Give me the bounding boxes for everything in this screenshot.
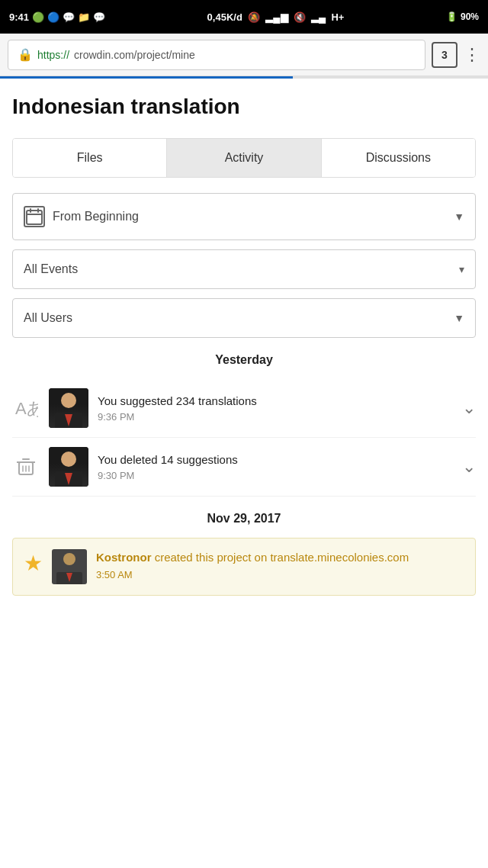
- page-title: Indonesian translation: [12, 94, 476, 120]
- event-filter-arrow: ▾: [459, 263, 464, 275]
- user-filter-label: All Users: [24, 311, 72, 325]
- avatar: [49, 447, 88, 487]
- signal-bars-2: ▂▄: [311, 11, 326, 23]
- special-time: 3:50 AM: [96, 569, 464, 580]
- special-action: Kostronor created this project on transl…: [96, 549, 464, 567]
- star-icon: ★: [24, 551, 43, 576]
- date-filter-arrow: ▼: [454, 211, 464, 223]
- event-filter-left: All Events: [24, 262, 78, 276]
- tab-count[interactable]: 3: [432, 42, 458, 68]
- activity-section: Yesterday Aあ You suggested 234 translati…: [12, 353, 476, 596]
- list-item: You deleted 14 suggestions 9:30 PM ⌄: [12, 438, 476, 497]
- activity-info: You deleted 14 suggestions 9:30 PM: [98, 452, 453, 481]
- status-center: 0,45K/d 🔕 ▂▄▆ 🔇 ▂▄ H+: [207, 11, 345, 23]
- event-filter-dropdown[interactable]: All Events ▾: [12, 249, 476, 289]
- expand-icon[interactable]: ⌄: [462, 457, 476, 477]
- messenger-icon: 🔵: [47, 11, 59, 23]
- special-text: Kostronor created this project on transl…: [96, 549, 464, 581]
- special-action-text: created this project on translate.mineco…: [152, 551, 409, 564]
- activity-text: You deleted 14 suggestions: [98, 452, 453, 468]
- url-https: https://: [37, 49, 69, 61]
- activity-time: 9:36 PM: [98, 411, 453, 423]
- date-filter-dropdown[interactable]: From Beginning ▼: [12, 193, 476, 240]
- data-speed: 0,45K/d: [207, 11, 242, 23]
- user-filter-left: All Users: [24, 311, 72, 325]
- calendar-icon: [24, 206, 45, 227]
- signal-bars: ▂▄▆: [265, 11, 287, 23]
- browser-menu[interactable]: ⋮: [464, 47, 480, 63]
- whatsapp-icon: 🟢: [32, 11, 44, 23]
- status-bar: 9:41 🟢 🔵 💬 📁 💬 0,45K/d 🔕 ▂▄▆ 🔇 ▂▄ H+ 🔋 9…: [0, 0, 488, 34]
- date-filter-left: From Beginning: [24, 206, 139, 227]
- battery-percent: 90%: [461, 11, 479, 22]
- page-content: Indonesian translation Files Activity Di…: [0, 79, 488, 614]
- tab-files[interactable]: Files: [13, 139, 167, 177]
- activity-time: 9:30 PM: [98, 470, 453, 481]
- svg-text:Aあ: Aあ: [15, 399, 38, 418]
- user-filter-arrow: ▼: [454, 312, 464, 324]
- status-left: 9:41 🟢 🔵 💬 📁 💬: [9, 11, 105, 23]
- list-item: ★ Kostronor created this project on tran…: [12, 538, 476, 596]
- date-header-yesterday: Yesterday: [12, 353, 476, 367]
- time: 9:41: [9, 11, 29, 23]
- sms2-icon: 💬: [93, 11, 105, 23]
- tab-activity[interactable]: Activity: [167, 139, 321, 177]
- translate-icon: Aあ: [12, 394, 40, 422]
- url-box[interactable]: 🔒 https:// crowdin.com/project/mine: [8, 40, 425, 70]
- activity-info: You suggested 234 translations 9:36 PM: [98, 393, 453, 423]
- list-item: Aあ You suggested 234 translations 9:36 P…: [12, 379, 476, 438]
- event-filter-label: All Events: [24, 262, 78, 276]
- date-filter-label: From Beginning: [53, 210, 139, 223]
- avatar: [49, 388, 88, 428]
- lock-icon: 🔒: [18, 47, 33, 62]
- svg-rect-0: [27, 211, 42, 224]
- expand-icon[interactable]: ⌄: [462, 398, 476, 418]
- sms-icon: 💬: [63, 11, 75, 23]
- user-filter-dropdown[interactable]: All Users ▼: [12, 298, 476, 338]
- browser-bar: 🔒 https:// crowdin.com/project/mine 3 ⋮: [0, 34, 488, 76]
- avatar: [52, 549, 87, 584]
- tab-discussions[interactable]: Discussions: [322, 139, 475, 177]
- special-user: Kostronor: [96, 551, 152, 564]
- trash-icon: [12, 453, 40, 481]
- tabs-container: Files Activity Discussions: [12, 138, 476, 178]
- date-header-nov29: Nov 29, 2017: [12, 512, 476, 526]
- url-path: crowdin.com/project/mine: [74, 49, 195, 61]
- activity-text: You suggested 234 translations: [98, 393, 453, 409]
- battery-icon: 🔋: [446, 11, 458, 22]
- sdcard-icon: 📁: [78, 11, 90, 23]
- status-right: 🔋 90%: [446, 11, 479, 22]
